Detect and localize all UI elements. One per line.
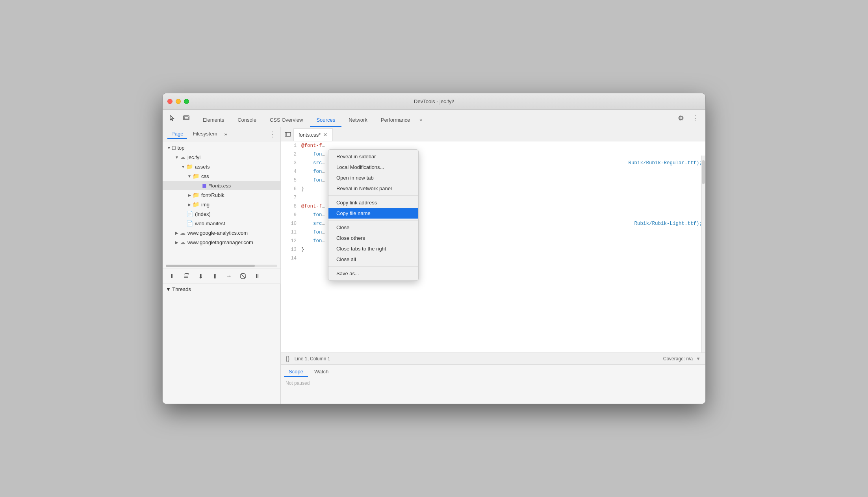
tree-label-img: img bbox=[201, 202, 210, 208]
line-num-4: 4 bbox=[284, 167, 297, 176]
ctx-reveal-network[interactable]: Reveal in Network panel bbox=[328, 183, 418, 194]
file-tab-fontscss[interactable]: fonts.css* ✕ bbox=[293, 128, 333, 141]
cursor-icon[interactable] bbox=[167, 113, 178, 124]
file-tab-close-icon[interactable]: ✕ bbox=[323, 132, 328, 138]
ctx-save-as[interactable]: Save as... bbox=[328, 268, 418, 279]
expand-arrow-jecfyi: ▼ bbox=[174, 154, 180, 160]
tabbar-left-icons bbox=[167, 113, 192, 127]
cloud-icon-google-analytics: ☁ bbox=[180, 230, 185, 236]
line-num-3: 3 bbox=[284, 159, 297, 167]
tabbar-right-icons: ⚙ ⋮ bbox=[675, 113, 701, 127]
pause-button[interactable]: ⏸ bbox=[167, 271, 177, 281]
tree-item-fontscss[interactable]: ◼ *fonts.css bbox=[163, 181, 280, 190]
tab-scope[interactable]: Scope bbox=[284, 367, 308, 377]
step-into-button[interactable]: ⬇ bbox=[196, 271, 205, 281]
sidebar: Page Filesystem » ⋮ ▼ □ top bbox=[163, 127, 281, 404]
layers-icon[interactable] bbox=[181, 113, 192, 124]
tab-network[interactable]: Network bbox=[342, 114, 374, 127]
cloud-icon-jecfyi: ☁ bbox=[180, 154, 185, 160]
page-icon: □ bbox=[172, 145, 175, 151]
line-content-1: @font-f… bbox=[301, 141, 702, 150]
step-button[interactable]: → bbox=[224, 271, 234, 281]
sidebar-tab-bar: Page Filesystem » ⋮ bbox=[163, 127, 280, 141]
tree-label-google-analytics: www.google-analytics.com bbox=[187, 230, 248, 236]
ctx-copy-file-name[interactable]: Copy file name bbox=[328, 208, 418, 219]
code-line-1: 1 @font-f… bbox=[281, 141, 705, 150]
line-num-6: 6 bbox=[284, 185, 297, 193]
line-num-14: 14 bbox=[284, 254, 297, 263]
ctx-close-others[interactable]: Close others bbox=[328, 233, 418, 243]
ctx-open-new-tab[interactable]: Open in new tab bbox=[328, 172, 418, 183]
format-icon[interactable]: {} bbox=[286, 355, 290, 362]
threads-header: ▼ Threads bbox=[163, 284, 280, 295]
tree-label-css: css bbox=[201, 173, 209, 179]
tree-item-top[interactable]: ▼ □ top bbox=[163, 143, 280, 152]
tree-item-google-analytics[interactable]: ▶ ☁ www.google-analytics.com bbox=[163, 228, 280, 237]
coverage-label: Coverage: n/a bbox=[663, 356, 693, 362]
more-tabs-button[interactable]: » bbox=[417, 114, 425, 127]
ctx-separator-1 bbox=[328, 195, 418, 196]
line-num-13: 13 bbox=[284, 245, 297, 254]
tab-sources[interactable]: Sources bbox=[310, 114, 341, 127]
deactivate-breakpoints-button[interactable] bbox=[238, 271, 248, 281]
bottom-panel: Scope Watch Not paused bbox=[281, 364, 705, 404]
tree-item-img[interactable]: ▶ 📁 img bbox=[163, 200, 280, 209]
file-tab-label: fonts.css* bbox=[299, 132, 321, 138]
coverage-dropdown-icon[interactable]: ▼ bbox=[696, 356, 701, 362]
svg-rect-4 bbox=[285, 132, 291, 136]
tree-item-webmanifest[interactable]: 📄 web.manifest bbox=[163, 219, 280, 228]
line-num-2: 2 bbox=[284, 150, 297, 159]
step-over-button[interactable] bbox=[182, 271, 191, 281]
editor-panel: fonts.css* ✕ 1 @font-f… 2 fon… bbox=[281, 127, 705, 404]
tree-item-assets[interactable]: ▼ 📁 assets bbox=[163, 162, 280, 171]
sidebar-tab-filesystem[interactable]: Filesystem bbox=[189, 129, 221, 139]
svg-line-3 bbox=[241, 274, 245, 278]
tab-elements[interactable]: Elements bbox=[197, 114, 230, 127]
tab-css-overview[interactable]: CSS Overview bbox=[263, 114, 310, 127]
folder-icon-css: 📁 bbox=[193, 173, 199, 179]
tree-label-top: top bbox=[177, 145, 184, 151]
sidebar-kebab-menu[interactable]: ⋮ bbox=[269, 130, 276, 139]
scope-watch-tabs: Scope Watch bbox=[281, 365, 705, 377]
pause-on-exception-button[interactable]: ⏸ bbox=[252, 271, 262, 281]
expand-arrow-fontrubik: ▶ bbox=[186, 192, 193, 198]
tab-performance[interactable]: Performance bbox=[375, 114, 416, 127]
menu-icon[interactable]: ⋮ bbox=[690, 113, 701, 124]
minimize-button[interactable] bbox=[176, 99, 181, 104]
step-out-button[interactable]: ⬆ bbox=[210, 271, 219, 281]
devtools-window: DevTools - jec.fyi/ Elements Console CSS bbox=[162, 93, 706, 404]
tree-label-fontrubik: font/Rubik bbox=[201, 192, 224, 198]
tree-item-fontrubik[interactable]: ▶ 📁 font/Rubik bbox=[163, 190, 280, 200]
sidebar-toggle-icon[interactable] bbox=[282, 129, 293, 140]
ctx-close[interactable]: Close bbox=[328, 222, 418, 233]
tree-item-index[interactable]: 📄 (index) bbox=[163, 209, 280, 219]
ctx-close-tabs-right[interactable]: Close tabs to the right bbox=[328, 243, 418, 254]
ctx-reveal-sidebar[interactable]: Reveal in sidebar bbox=[328, 151, 418, 162]
tree-item-css[interactable]: ▼ 📁 css bbox=[163, 171, 280, 181]
ctx-copy-link-address[interactable]: Copy link address bbox=[328, 197, 418, 208]
tree-label-fontscss: *fonts.css bbox=[209, 183, 231, 189]
tab-console[interactable]: Console bbox=[231, 114, 263, 127]
expand-arrow-fontscss bbox=[196, 182, 202, 189]
scrollbar-thumb[interactable] bbox=[702, 160, 705, 184]
ctx-separator-2 bbox=[328, 220, 418, 221]
line-extra-10: Rubik/Rubik-Light.ttf); bbox=[634, 219, 702, 228]
scrollbar-track[interactable] bbox=[701, 156, 705, 352]
cloud-icon-googletagmanager: ☁ bbox=[180, 239, 185, 245]
file-icon-fontscss: ◼ bbox=[202, 182, 207, 189]
settings-icon[interactable]: ⚙ bbox=[675, 113, 686, 124]
sidebar-more-button[interactable]: » bbox=[223, 130, 229, 139]
scope-watch-panel: Scope Watch Not paused bbox=[281, 365, 705, 404]
tree-item-googletagmanager[interactable]: ▶ ☁ www.googletagmanager.com bbox=[163, 237, 280, 247]
tree-label-index: (index) bbox=[195, 211, 211, 217]
ctx-local-modifications[interactable]: Local Modifications... bbox=[328, 162, 418, 172]
tab-watch[interactable]: Watch bbox=[310, 367, 333, 377]
line-num-1: 1 bbox=[284, 141, 297, 150]
tree-label-jecfyi: jec.fyi bbox=[187, 154, 200, 160]
file-tab-bar: fonts.css* ✕ bbox=[281, 127, 705, 141]
maximize-button[interactable] bbox=[184, 99, 189, 104]
ctx-close-all[interactable]: Close all bbox=[328, 254, 418, 265]
sidebar-tab-page[interactable]: Page bbox=[167, 129, 187, 139]
tree-item-jecfyi[interactable]: ▼ ☁ jec.fyi bbox=[163, 152, 280, 162]
close-button[interactable] bbox=[167, 99, 172, 104]
